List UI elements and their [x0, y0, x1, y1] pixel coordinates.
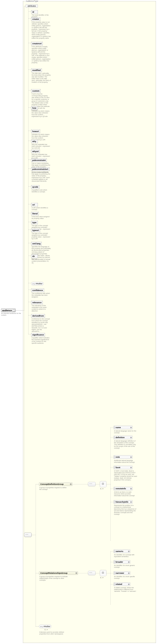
any-prefix: any [40, 626, 43, 628]
connector [28, 204, 31, 204]
attribute-name: qcode [31, 185, 39, 189]
connector [28, 222, 31, 222]
connector [96, 484, 100, 484]
connector [28, 141, 31, 141]
attribute-desc: The relevance of the metadata to the new… [31, 305, 51, 312]
attribute-name: why [31, 140, 38, 143]
element-name[interactable]: name [114, 426, 132, 429]
connector [106, 573, 110, 573]
element-desc: An identifier of a concept with equivale… [114, 554, 137, 558]
group-desc: A group of properties required to define… [39, 487, 68, 490]
attribute-name: id [31, 10, 38, 14]
attribute-name: xml:lang [31, 242, 42, 246]
attribute-desc: A qualified code which identifies a conc… [31, 189, 51, 193]
any-element: any ##other [39, 625, 51, 628]
attribute-desc: A qualifier which indicates the expected… [31, 337, 51, 344]
connector [28, 151, 31, 151]
root-element-desc: An intended audience for the content. [1, 312, 21, 316]
connector [36, 626, 39, 627]
attribute-desc: If the attribute is empty, specifies whi… [31, 46, 51, 64]
connector [36, 573, 39, 573]
connector [28, 186, 31, 186]
attribute-creator: creator If the property value is not def… [31, 17, 49, 39]
element-desc: Represents the position of a concept in … [114, 504, 137, 515]
connector [16, 310, 24, 310]
root-element-name: audience [2, 309, 12, 312]
occurrence: 0..∞ [45, 629, 48, 631]
concept-definition-group[interactable]: ConceptDefinitionGroup [39, 482, 72, 486]
connector [110, 551, 114, 552]
attribute-significance: significance A qualifier which indicates… [31, 332, 49, 344]
connector [32, 535, 36, 535]
connector [24, 6, 24, 310]
attribute-name: pubconstraint [31, 158, 47, 162]
connector [28, 168, 31, 169]
element-desc: An identifier of a more specific concept… [114, 576, 137, 579]
attribute-desc: A reference to the concept from which th… [31, 318, 51, 332]
element-broader[interactable]: broader [114, 560, 130, 564]
connector [110, 584, 114, 584]
occurrence: 0..∞ [100, 577, 104, 579]
connector [28, 90, 31, 90]
attribute-name: typeuri [31, 228, 40, 232]
element-sameAs[interactable]: sameAs [114, 550, 130, 553]
attribute-desc: The date (and, optionally, the time) whe… [31, 72, 51, 83]
element-desc: A related concept, where the relationshi… [114, 587, 137, 592]
attribute-desc: Why the metadata has been included - exp… [31, 144, 51, 149]
diagram-canvas: AudienceType audience An intended audien… [0, 0, 157, 644]
attribute-typeuri: typeuri The type of the concept assigned… [31, 228, 49, 240]
attribute-name: custom [31, 89, 41, 93]
attributes-label-text: attributes [28, 5, 36, 7]
attribute-derivedfrom: derivedfrom A reference to the concept f… [31, 314, 49, 332]
connector [28, 283, 29, 334]
attribute-desc: Indicates by which means the value was e… [31, 110, 51, 117]
element-desc: A natural language name for the concept. [114, 430, 137, 434]
connector [24, 310, 24, 535]
attribute-desc: The type of the concept assigned as cont… [31, 232, 51, 240]
attribute-pubconstrainturi: pubconstrainturi One or many constraints… [31, 167, 49, 182]
connector [106, 484, 110, 484]
connector [72, 484, 88, 484]
occurrence: 0..∞ [100, 488, 104, 490]
element-narrower[interactable]: narrower [114, 571, 130, 575]
element-remoteInfo[interactable]: remoteInfo [114, 487, 132, 490]
element-desc: A link to an item or a web resource whic… [114, 491, 137, 496]
connector [28, 243, 31, 243]
attribute-name: whyuri [31, 150, 40, 153]
element-facet[interactable]: facet [114, 466, 132, 469]
attribute-name: relevance [31, 301, 43, 304]
connector [36, 484, 39, 484]
connector [28, 290, 31, 290]
attribute-name: dir [31, 254, 38, 258]
element-definition[interactable]: definition [114, 436, 132, 439]
attribute-confidence: confidence The confidence with which the… [31, 288, 49, 298]
attribute-name: creator [31, 17, 40, 21]
attribute-dir: dir The directionality of textual conten… [31, 254, 49, 264]
connector [110, 428, 111, 541]
attribute-desc: A URI which identifies a concept. [31, 207, 51, 210]
connector [28, 70, 31, 70]
attribute-name: literal [31, 212, 39, 216]
connector [110, 428, 114, 428]
attribute-qcode: qcode A qualified code which identifies … [31, 184, 49, 193]
attribute-name: confidence [31, 288, 44, 292]
connector [110, 502, 114, 502]
connector [28, 315, 31, 316]
element-desc: A natural language definition of the sem… [114, 440, 137, 449]
attribute-name: creatoruri [31, 42, 43, 45]
connector [28, 107, 31, 108]
root-element[interactable]: audience [1, 308, 16, 312]
element-note[interactable]: note [114, 455, 132, 459]
element-related[interactable]: related [114, 582, 130, 586]
connector [36, 484, 36, 626]
sequence-compositor [24, 533, 32, 537]
concept-relationships-group[interactable]: ConceptRelationshipsGroup [39, 571, 78, 575]
connector [28, 11, 31, 12]
element-desc: Additional natural language information … [114, 460, 137, 463]
connector [110, 468, 114, 468]
attribute-name: how [31, 106, 38, 110]
attribute-name: derivedfrom [31, 314, 45, 318]
connector [110, 573, 114, 573]
any-desc: Extension point for provider-defined pro… [39, 631, 66, 635]
element-hierarchyInfo[interactable]: hierarchyInfo [114, 500, 132, 504]
